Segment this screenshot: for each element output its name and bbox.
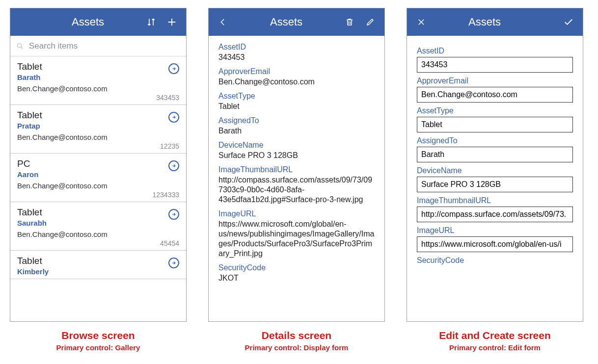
label-assignedto: AssignedTo [417, 136, 573, 145]
details-caption: Details screen Primary control: Display … [245, 329, 349, 353]
item-id: 12235 [17, 142, 179, 150]
value-assettype: Tablet [218, 102, 375, 111]
search-input[interactable] [28, 41, 180, 52]
input-devicename[interactable] [417, 177, 573, 192]
search-bar[interactable] [10, 36, 186, 56]
input-approveremail[interactable] [417, 87, 573, 103]
item-assigned: Kimberly [17, 267, 179, 276]
input-assetid[interactable] [417, 57, 573, 73]
details-screen: Assets AssetID 343453 ApproverEmail Ben.… [208, 8, 385, 322]
label-assettype: AssetType [218, 92, 375, 101]
label-assettype: AssetType [417, 106, 573, 115]
details-header: Assets [209, 8, 384, 36]
caption-sub: Primary control: Edit form [439, 343, 551, 353]
details-body: AssetID 343453 ApproverEmail Ben.Change@… [209, 36, 384, 321]
item-type: Tablet [17, 61, 179, 72]
label-imageurl: ImageURL [218, 209, 375, 218]
value-assetid: 343453 [218, 52, 375, 62]
svg-point-0 [18, 43, 22, 47]
header-title: Assets [429, 16, 541, 28]
item-type: Tablet [17, 110, 179, 121]
label-assignedto: AssignedTo [218, 116, 375, 125]
caption-title: Browse screen [61, 330, 135, 341]
value-devicename: Surface PRO 3 128GB [218, 151, 375, 160]
list-item[interactable]: TabletPratapBen.Change@contoso.com12235 [10, 105, 186, 154]
delete-button[interactable] [342, 17, 357, 27]
item-email: Ben.Change@contoso.com [17, 182, 179, 190]
item-assigned: Pratap [17, 122, 179, 130]
value-assignedto: Barath [218, 126, 375, 136]
list-item[interactable]: TabletSaurabhBen.Change@contoso.com45454 [10, 202, 186, 251]
value-imagethumbnailurl: http://compass.surface.com/assets/09/73/… [218, 175, 375, 205]
label-assetid: AssetID [417, 47, 573, 55]
open-item-button[interactable] [168, 112, 179, 123]
label-devicename: DeviceName [417, 166, 573, 175]
sort-button[interactable] [144, 17, 159, 27]
open-item-button[interactable] [168, 258, 179, 268]
label-imageurl: ImageURL [417, 226, 573, 235]
caption-title: Details screen [262, 330, 331, 341]
label-approveremail: ApproverEmail [218, 67, 375, 76]
label-assetid: AssetID [218, 43, 375, 52]
label-imagethumbnailurl: ImageThumbnailURL [218, 165, 375, 174]
header-title: Assets [230, 16, 342, 28]
label-approveremail: ApproverEmail [417, 77, 573, 85]
label-imagethumbnailurl: ImageThumbnailURL [417, 196, 573, 205]
item-email: Ben.Change@contoso.com [17, 133, 179, 141]
value-imageurl: https://www.microsoft.com/global/en-us/n… [218, 219, 375, 259]
list-item[interactable]: PCAaronBen.Change@contoso.com1234333 [10, 154, 186, 202]
caption-title: Edit and Create screen [439, 330, 551, 341]
save-button[interactable] [561, 17, 576, 27]
back-button[interactable] [216, 18, 230, 26]
item-id: 1234333 [17, 191, 179, 199]
input-imageurl[interactable] [417, 236, 573, 252]
edit-header: Assets [407, 8, 583, 36]
edit-caption: Edit and Create screen Primary control: … [439, 329, 551, 353]
browse-screen: Assets TabletBarathBen.Change@contoso.co… [10, 8, 187, 322]
browse-list: TabletBarathBen.Change@contoso.com343453… [10, 56, 186, 321]
browse-header: Assets [10, 8, 186, 36]
add-button[interactable] [164, 17, 179, 27]
item-id: 45454 [17, 239, 179, 247]
item-id: 343453 [17, 94, 179, 102]
edit-screen: Assets AssetID ApproverEmail AssetType A… [407, 8, 583, 322]
header-title: Assets [32, 16, 144, 28]
item-email: Ben.Change@contoso.com [17, 84, 179, 93]
label-securitycode: SecurityCode [218, 263, 375, 272]
open-item-button[interactable] [168, 63, 179, 74]
edit-body: AssetID ApproverEmail AssetType Assigned… [407, 36, 583, 321]
open-item-button[interactable] [168, 160, 179, 171]
item-assigned: Aaron [17, 170, 179, 179]
item-assigned: Barath [17, 73, 179, 81]
list-item[interactable]: TabletKimberly [10, 251, 186, 279]
browse-caption: Browse screen Primary control: Gallery [56, 329, 140, 353]
input-imagethumbnailurl[interactable] [417, 207, 573, 222]
item-email: Ben.Change@contoso.com [17, 230, 179, 238]
input-assignedto[interactable] [417, 147, 573, 162]
input-assettype[interactable] [417, 117, 573, 132]
item-assigned: Saurabh [17, 219, 179, 227]
value-approveremail: Ben.Change@contoso.com [218, 77, 375, 87]
search-icon [16, 42, 24, 50]
item-type: Tablet [17, 207, 179, 218]
label-securitycode: SecurityCode [417, 256, 573, 265]
item-type: Tablet [17, 256, 179, 266]
open-item-button[interactable] [168, 209, 179, 220]
cancel-button[interactable] [414, 18, 429, 26]
item-type: PC [17, 158, 179, 169]
caption-sub: Primary control: Display form [245, 343, 349, 353]
label-devicename: DeviceName [218, 141, 375, 150]
edit-button[interactable] [363, 18, 378, 26]
caption-sub: Primary control: Gallery [56, 343, 140, 353]
list-item[interactable]: TabletBarathBen.Change@contoso.com343453 [10, 56, 186, 105]
value-securitycode: JKOT [218, 273, 375, 283]
